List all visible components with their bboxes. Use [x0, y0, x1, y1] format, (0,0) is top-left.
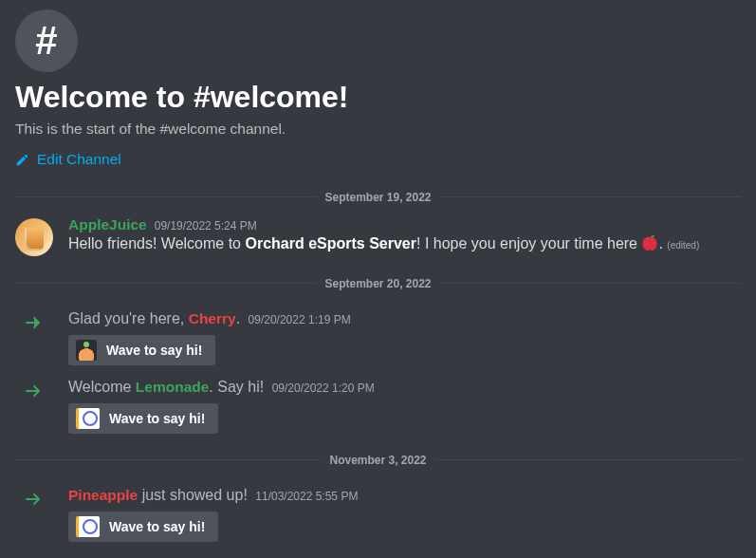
wave-sticker-icon [76, 340, 97, 361]
chat-message[interactable]: AppleJuice 09/19/2022 5:24 PM Hello frie… [15, 211, 741, 257]
message-timestamp: 11/03/2022 5:55 PM [255, 490, 358, 503]
channel-subtitle: This is the start of the #welcome channe… [15, 121, 741, 138]
wave-button[interactable]: Wave to say hi! [68, 512, 218, 542]
message-timestamp: 09/20/2022 1:20 PM [272, 381, 375, 395]
mention-user[interactable]: Lemonade [136, 379, 210, 395]
edited-indicator: (edited) [667, 240, 699, 251]
date-divider-label: September 20, 2022 [317, 277, 438, 290]
message-author[interactable]: AppleJuice [68, 216, 147, 233]
date-divider: September 19, 2022 [15, 188, 741, 205]
wave-sticker-icon [76, 408, 100, 429]
message-content: Hello friends! Welcome to Orchard eSport… [68, 233, 741, 257]
channel-title: Welcome to #welcome! [15, 80, 741, 115]
system-join-message[interactable]: Welcome Lemonade. Say hi! 09/20/2022 1:2… [15, 365, 741, 434]
wave-button[interactable]: Wave to say hi! [68, 335, 215, 365]
hash-icon: # [35, 21, 57, 61]
message-timestamp: 09/19/2022 5:24 PM [155, 219, 257, 232]
message-timestamp: 09/20/2022 1:19 PM [249, 313, 351, 326]
date-divider: September 20, 2022 [15, 274, 741, 291]
date-divider: November 3, 2022 [15, 451, 741, 468]
wave-button-label: Wave to say hi! [109, 411, 205, 426]
date-divider-label: November 3, 2022 [322, 454, 433, 467]
mention-user[interactable]: Cherry [189, 310, 236, 326]
system-join-message[interactable]: Glad you're here, Cherry. 09/20/2022 1:1… [15, 297, 741, 365]
edit-channel-label: Edit Channel [37, 151, 121, 168]
mention-user[interactable]: Pineapple [68, 487, 138, 503]
join-arrow-icon [26, 314, 43, 331]
red-apple-emoji [641, 234, 658, 257]
date-divider-label: September 19, 2022 [317, 191, 438, 204]
join-arrow-icon [26, 382, 43, 400]
wave-button[interactable]: Wave to say hi! [68, 403, 218, 434]
channel-welcome-region: # Welcome to #welcome! This is the start… [0, 0, 756, 542]
pencil-icon [15, 153, 29, 167]
wave-button-label: Wave to say hi! [106, 343, 202, 358]
wave-sticker-icon [76, 516, 100, 537]
wave-button-label: Wave to say hi! [109, 519, 205, 534]
system-message-text: Pineapple just showed up! 11/03/2022 5:5… [68, 487, 741, 504]
system-message-text: Welcome Lemonade. Say hi! 09/20/2022 1:2… [68, 379, 741, 396]
system-message-text: Glad you're here, Cherry. 09/20/2022 1:1… [68, 310, 741, 327]
join-arrow-icon [26, 491, 43, 508]
channel-hash-avatar: # [15, 9, 78, 72]
edit-channel-link[interactable]: Edit Channel [15, 151, 121, 168]
avatar[interactable] [15, 218, 53, 256]
system-join-message[interactable]: Pineapple just showed up! 11/03/2022 5:5… [15, 474, 741, 542]
